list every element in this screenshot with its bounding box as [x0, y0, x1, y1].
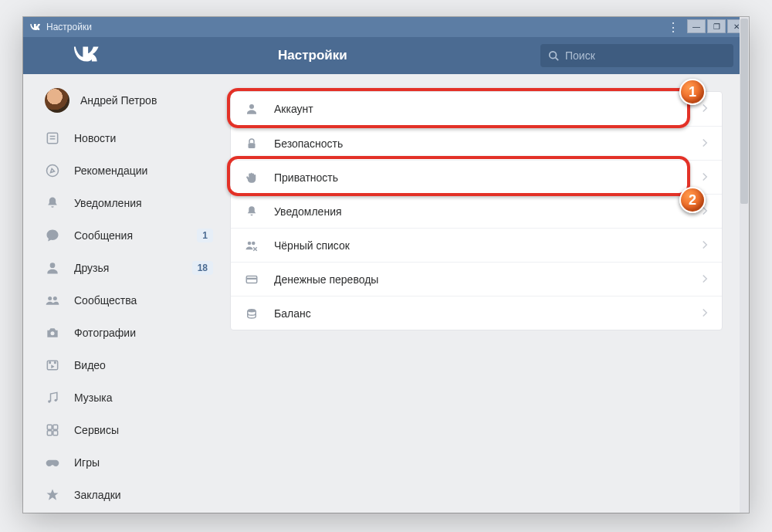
- app-body: Андрей Петров Новости Рекомендации Уведо…: [23, 74, 749, 513]
- avatar: [45, 88, 69, 113]
- svg-rect-16: [53, 425, 58, 429]
- apps-icon: [45, 422, 66, 438]
- chevron-right-icon: [702, 307, 708, 320]
- sidebar-item-games[interactable]: Игры: [32, 446, 224, 479]
- setting-account[interactable]: Аккаунт: [231, 92, 722, 126]
- setting-privacy[interactable]: Приватность: [231, 160, 722, 194]
- svg-rect-26: [246, 277, 257, 279]
- window-controls: — ❐ ✕: [687, 19, 746, 35]
- video-icon: [45, 357, 66, 373]
- svg-point-27: [248, 309, 256, 313]
- sidebar-item-label: Видео: [74, 359, 106, 371]
- app-window: Настройки ⋮ — ❐ ✕ Настройки Андрей Петро…: [23, 17, 749, 513]
- star-icon: [45, 487, 66, 503]
- sidebar-item-news[interactable]: Новости: [32, 122, 224, 154]
- search-box[interactable]: [540, 44, 733, 67]
- sidebar-item-label: Сервисы: [74, 424, 119, 436]
- sidebar-item-messages[interactable]: Сообщения 1: [32, 219, 224, 252]
- svg-point-6: [50, 263, 56, 268]
- sidebar: Андрей Петров Новости Рекомендации Уведо…: [23, 74, 224, 513]
- card-icon: [245, 273, 265, 286]
- bell-icon: [245, 205, 265, 219]
- setting-label: Аккаунт: [274, 103, 313, 115]
- svg-line-1: [556, 58, 559, 61]
- svg-point-21: [248, 241, 252, 245]
- sidebar-item-label: Уведомления: [74, 197, 142, 209]
- svg-point-0: [550, 52, 557, 59]
- chevron-right-icon: [702, 205, 708, 218]
- svg-rect-18: [53, 431, 58, 435]
- compass-icon: [45, 163, 66, 178]
- account-icon: [245, 102, 265, 116]
- chevron-right-icon: [702, 103, 708, 115]
- setting-label: Чёрный список: [274, 239, 350, 252]
- sidebar-item-label: Музыка: [74, 391, 113, 404]
- search-icon: [548, 50, 559, 61]
- kebab-menu-icon[interactable]: ⋮: [664, 20, 682, 35]
- sidebar-item-services[interactable]: Сервисы: [32, 414, 224, 446]
- svg-rect-20: [249, 143, 256, 148]
- sidebar-item-label: Друзья: [74, 262, 109, 274]
- music-icon: [45, 390, 66, 405]
- chat-icon: [45, 228, 66, 243]
- setting-blocklist[interactable]: Чёрный список: [231, 228, 722, 262]
- profile-name: Андрей Петров: [80, 94, 157, 107]
- setting-security[interactable]: Безопасность: [231, 126, 722, 160]
- chevron-right-icon: [702, 239, 708, 252]
- svg-point-22: [252, 241, 256, 245]
- titlebar: Настройки ⋮ — ❐ ✕: [23, 17, 749, 37]
- setting-label: Уведомления: [274, 205, 342, 218]
- sidebar-item-label: Сообщения: [74, 229, 133, 242]
- badge: 1: [197, 229, 213, 242]
- setting-transfers[interactable]: Денежные переводы: [231, 262, 722, 296]
- svg-rect-2: [47, 133, 57, 143]
- setting-notifications[interactable]: Уведомления: [231, 194, 722, 228]
- sidebar-item-label: Фотографии: [74, 327, 136, 339]
- bell-icon: [45, 195, 66, 211]
- chevron-right-icon: [702, 171, 708, 184]
- blocklist-icon: [245, 239, 265, 252]
- maximize-button[interactable]: ❐: [707, 19, 726, 33]
- svg-point-8: [53, 296, 57, 300]
- sidebar-item-recommendations[interactable]: Рекомендации: [32, 154, 224, 187]
- vk-app-icon: [29, 21, 42, 33]
- settings-panel: Аккаунт Безопасность Приватность Уведомл…: [230, 91, 723, 330]
- sidebar-item-bookmarks[interactable]: Закладки: [32, 479, 224, 511]
- app-header: Настройки: [23, 37, 749, 74]
- coins-icon: [245, 307, 265, 320]
- page-title: Настройки: [139, 48, 540, 63]
- minimize-button[interactable]: —: [687, 19, 706, 33]
- sidebar-item-label: Закладки: [74, 489, 121, 501]
- chevron-right-icon: [702, 273, 708, 286]
- group-icon: [45, 293, 66, 308]
- setting-label: Денежные переводы: [274, 273, 378, 286]
- svg-point-11: [49, 362, 51, 364]
- svg-point-19: [249, 104, 254, 109]
- sidebar-item-photos[interactable]: Фотографии: [32, 317, 224, 349]
- lock-icon: [245, 137, 265, 151]
- sidebar-item-friends[interactable]: Друзья 18: [32, 252, 224, 284]
- main-content: Аккаунт Безопасность Приватность Уведомл…: [224, 74, 749, 513]
- setting-balance[interactable]: Баланс: [231, 296, 722, 330]
- setting-label: Приватность: [274, 171, 338, 184]
- scrollbar-thumb[interactable]: [740, 19, 748, 204]
- svg-point-7: [48, 296, 52, 300]
- svg-point-12: [55, 362, 56, 364]
- setting-label: Баланс: [274, 307, 311, 320]
- game-icon: [45, 455, 66, 470]
- profile-row[interactable]: Андрей Петров: [32, 85, 224, 122]
- window-title: Настройки: [46, 22, 92, 32]
- scrollbar-track[interactable]: [740, 17, 749, 513]
- svg-point-13: [48, 400, 50, 402]
- sidebar-item-music[interactable]: Музыка: [32, 381, 224, 414]
- search-input[interactable]: [565, 49, 726, 62]
- sidebar-item-label: Игры: [74, 456, 100, 469]
- vk-logo-icon[interactable]: [73, 43, 108, 68]
- user-icon: [45, 260, 66, 276]
- sidebar-item-video[interactable]: Видео: [32, 349, 224, 381]
- sidebar-item-notifications[interactable]: Уведомления: [32, 187, 224, 219]
- camera-icon: [45, 325, 66, 341]
- sidebar-item-groups[interactable]: Сообщества: [32, 284, 224, 317]
- sidebar-item-label: Рекомендации: [74, 164, 147, 177]
- badge: 18: [192, 261, 213, 275]
